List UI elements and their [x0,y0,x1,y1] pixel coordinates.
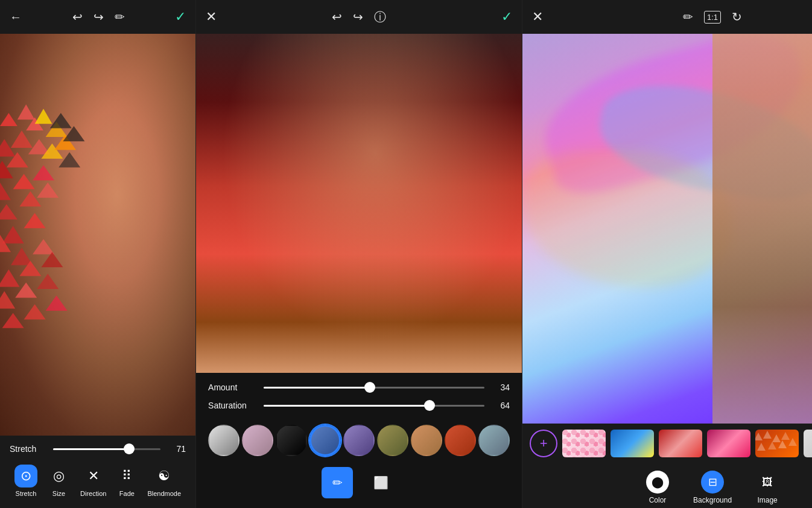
erase-button[interactable]: ⬜ [365,467,396,498]
svg-marker-11 [0,205,17,220]
svg-marker-22 [59,152,80,167]
stretch-thumb[interactable] [124,443,135,454]
swatch-orange[interactable] [445,425,476,456]
close-icon-p3[interactable]: ✕ [532,9,543,25]
amount-track[interactable] [264,387,484,389]
swatch-teal[interactable] [478,425,510,456]
svg-marker-20 [50,113,72,128]
back-icon[interactable]: ← [10,10,22,24]
svg-marker-3 [11,130,33,148]
thumb-3[interactable] [659,430,702,457]
erase-icon-p3[interactable]: ✏ [683,10,693,24]
swatch-purple[interactable] [343,425,375,456]
saturation-slider-row: Saturation 64 [208,401,510,410]
amount-fill [264,387,370,389]
amount-thumb[interactable] [364,382,375,393]
bg-thumbs: + [522,424,812,463]
fade-icon: ⠿ [122,468,132,483]
photo-p1 [0,34,195,436]
fade-tool-label: Fade [119,490,135,497]
image-mode-label: Image [757,496,777,504]
toolbar-panel2: ✕ ↩ ↪ ⓘ ✓ [196,0,522,34]
toolbar-center-p3: ✏ 1:1 ↻ [683,10,742,24]
info-icon-p2[interactable]: ⓘ [374,9,386,25]
amount-slider-row: Amount 34 [208,383,510,392]
tool-fade[interactable]: ⠿ Fade [111,462,142,500]
tool-direction[interactable]: ✕ Direction [75,462,111,500]
stretch-label: Stretch [10,444,46,454]
image-area-p2 [196,34,522,373]
brush-tools: ✏ ⬜ [208,461,510,503]
tool-size[interactable]: ◎ Size [42,462,75,500]
add-background-button[interactable]: + [530,430,557,457]
toolbar-right-p1: ✓ [175,9,186,25]
stretch-fill [53,448,129,450]
ratio-icon-p3[interactable]: 1:1 [704,11,721,24]
toolbar-left-p3: ✕ [532,9,543,25]
bottom-bar-p1: Stretch 71 ⊙ Stretch ◎ Size [0,436,195,508]
swatch-olive[interactable] [377,425,408,456]
svg-marker-2 [0,139,15,157]
thumb-2[interactable] [611,430,654,457]
saturation-track[interactable] [264,405,484,407]
mode-background[interactable]: ⊟ Background [693,471,732,504]
toolbar-left-p1: ← [10,10,22,24]
check-icon-p2[interactable]: ✓ [501,9,512,25]
swatch-black[interactable] [276,425,307,456]
svg-marker-1 [17,104,35,119]
thumb-5[interactable] [755,430,799,457]
brush-button[interactable]: ✏ [322,467,353,498]
svg-marker-9 [13,174,35,189]
panel2-controls: Amount 34 Saturation 64 [196,373,522,508]
size-tool-label: Size [52,490,65,497]
mode-color[interactable]: ⬤ Color [646,471,669,504]
swatch-silver[interactable] [208,425,239,456]
color-mode-label: Color [649,496,667,504]
blendmode-icon: ☯ [158,468,170,483]
svg-marker-34 [46,296,68,311]
mode-image[interactable]: 🖼 Image [756,471,779,504]
image-area-p1 [0,34,195,436]
refresh-icon-p3[interactable]: ↻ [732,10,742,24]
tool-blendmode[interactable]: ☯ Blendmode [142,462,186,500]
svg-marker-12 [19,191,41,206]
svg-marker-13 [37,183,59,198]
saturation-label: Saturation [208,401,256,410]
check-icon-p1[interactable]: ✓ [175,9,186,25]
undo-icon-p1[interactable]: ↩ [72,10,83,24]
thumb-1[interactable] [562,430,606,457]
thumb-6[interactable] [804,430,812,457]
background-mode-label: Background [693,496,732,504]
svg-marker-40 [768,442,776,449]
undo-icon-p2[interactable]: ↩ [332,10,342,24]
svg-marker-21 [63,126,84,141]
toolbar-panel3: ✕ ✏ 1:1 ↻ ✓ [522,0,812,34]
amount-value: 34 [492,383,510,392]
tool-icons-p1: ⊙ Stretch ◎ Size ✕ Direction ⠿ Fa [10,457,186,503]
erase-icon-p1[interactable]: ✏ [115,10,125,24]
svg-marker-14 [2,226,24,244]
stretch-tool-label: Stretch [16,490,37,497]
svg-marker-32 [2,313,24,328]
swatch-tan[interactable] [411,425,442,456]
redo-icon-p2[interactable]: ↪ [353,10,363,24]
svg-marker-36 [763,431,772,439]
direction-tool-label: Direction [80,490,106,497]
swatch-blue[interactable] [309,425,341,456]
toolbar-right-p2: ✓ [501,9,512,25]
swatch-mauve[interactable] [242,425,273,456]
panel-background: ✕ ✏ 1:1 ↻ ✓ + [522,0,812,508]
redo-icon-p1[interactable]: ↪ [94,10,104,24]
thumb-4[interactable] [707,430,750,457]
svg-marker-28 [41,252,63,267]
tool-stretch[interactable]: ⊙ Stretch [10,462,42,500]
panel-stretch: ← ↩ ↪ ✏ ✓ [0,0,196,508]
stretch-track[interactable] [53,448,160,450]
close-icon-p2[interactable]: ✕ [206,9,217,25]
stretch-icon: ⊙ [21,468,31,483]
saturation-thumb[interactable] [424,400,435,411]
image-area-p3 [522,34,812,424]
svg-marker-16 [35,109,52,124]
svg-marker-39 [757,443,766,451]
svg-marker-29 [0,291,15,309]
